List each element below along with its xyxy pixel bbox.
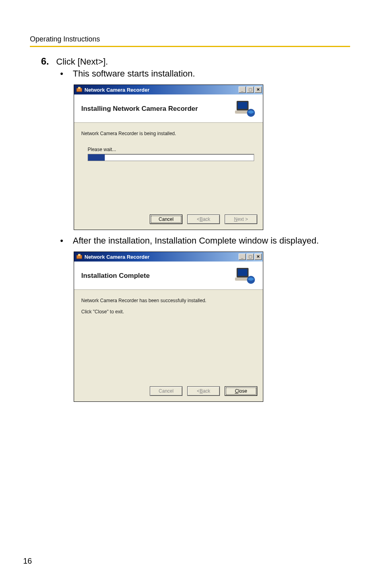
svg-rect-1 (78, 87, 80, 89)
step-number: 6. (41, 56, 49, 67)
progress-label: Please wait... (88, 147, 256, 152)
titlebar-title: Network Camera Recorder (84, 87, 239, 93)
titlebar-title: Network Camera Recorder (84, 254, 239, 260)
installer-small-icon (76, 87, 82, 93)
body-text-1: Network Camera Recorder has been success… (81, 298, 256, 303)
titlebar: Network Camera Recorder _ ▢ ✕ (74, 252, 263, 262)
dialog-footer: Cancel < Back Close (74, 382, 263, 401)
dialog-header: Installation Complete (74, 262, 263, 290)
cancel-button: Cancel (150, 386, 182, 396)
dialog-footer: Cancel < Back Next > (74, 210, 263, 230)
bullet-text-2: After the installation, Installation Com… (73, 236, 319, 246)
svg-rect-7 (78, 254, 80, 256)
page-header: Operating Instructions (30, 35, 350, 43)
dialog-heading: Installation Complete (81, 272, 234, 280)
dialog-header: Installing Network Camera Recorder (74, 94, 263, 123)
titlebar: Network Camera Recorder _ ▢ ✕ (74, 85, 263, 94)
bullet-row-1: • This software starts installation. (60, 69, 350, 79)
install-complete-dialog: Network Camera Recorder _ ▢ ✕ Installati… (74, 252, 263, 402)
bullet-text-1: This software starts installation. (73, 69, 195, 79)
dialog-body: Network Camera Recorder has been success… (74, 290, 263, 382)
maximize-button: ▢ (247, 254, 254, 260)
step-text: Click [Next>]. (56, 57, 108, 67)
body-text-1: Network Camera Recorder is being install… (81, 131, 256, 136)
page-number: 16 (23, 557, 32, 566)
monitor-globe-icon (234, 267, 256, 285)
next-button: Next > (225, 214, 257, 224)
install-progress-dialog: Network Camera Recorder _ ▢ ✕ Installing… (74, 85, 263, 230)
svg-rect-3 (238, 102, 247, 109)
body-text-2: Click "Close" to exit. (81, 309, 256, 315)
bullet-dot-icon: • (60, 69, 63, 78)
back-button: < Back (187, 386, 220, 396)
dialog-heading: Installing Network Camera Recorder (81, 105, 234, 113)
bullet-row-2: • After the installation, Installation C… (60, 236, 350, 246)
minimize-button[interactable]: _ (239, 87, 246, 93)
progress-bar (88, 154, 254, 161)
monitor-globe-icon (234, 100, 256, 118)
header-rule (30, 46, 350, 47)
cancel-button[interactable]: Cancel (150, 214, 182, 224)
back-button: < Back (187, 214, 220, 224)
close-button-dialog[interactable]: Close (225, 386, 257, 396)
close-button[interactable]: ✕ (255, 87, 262, 93)
svg-rect-9 (238, 269, 247, 276)
minimize-button[interactable]: _ (239, 254, 246, 260)
step-row: 6. Click [Next>]. (41, 56, 350, 67)
maximize-button: ▢ (247, 87, 254, 93)
progress-fill (88, 154, 105, 161)
dialog-body: Network Camera Recorder is being install… (74, 123, 263, 210)
installer-small-icon (76, 254, 82, 260)
bullet-dot-icon: • (60, 236, 63, 245)
close-button[interactable]: ✕ (255, 254, 262, 260)
